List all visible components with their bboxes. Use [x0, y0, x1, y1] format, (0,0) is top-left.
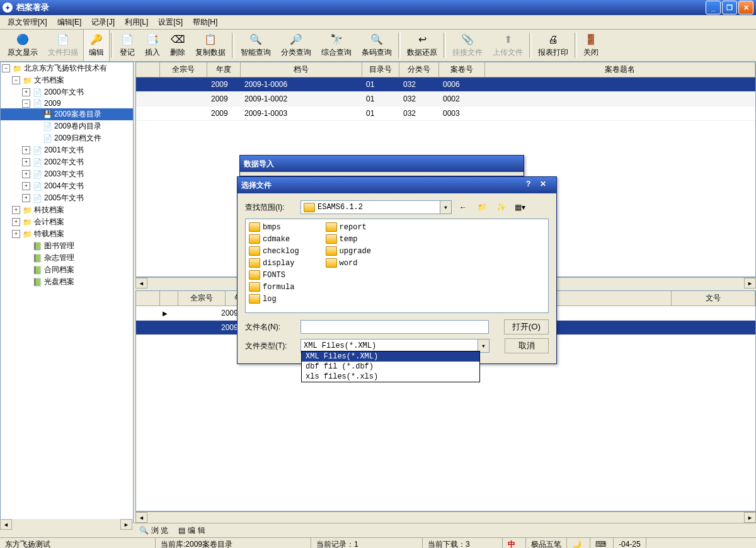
up-folder-icon[interactable]: 📁 — [474, 200, 490, 215]
folder-item[interactable]: upgrade — [325, 246, 372, 256]
tree-pane[interactable]: −📁北京东方飞扬软件技术有 −📁文书档案 +📄2000年文书 −📄2009 💾2… — [0, 62, 134, 523]
tb-baobiao-dayin[interactable]: 🖨报表打印 — [533, 30, 573, 61]
back-icon[interactable]: ← — [455, 200, 471, 215]
tb-fenlei-chaxun[interactable]: 🔎分类查询 — [276, 30, 316, 61]
filename-label: 文件名(N): — [245, 322, 297, 333]
col-qzh[interactable]: 全宗号 — [160, 62, 207, 77]
status-lib: 当前库:2009案卷目录 — [156, 538, 311, 548]
dialog-close-button[interactable]: ✕ — [540, 180, 553, 191]
dialog1-title: 数据导入 — [244, 159, 274, 169]
grid-row[interactable]: 2009 2009-1-0003 01 032 0003 — [136, 106, 755, 121]
window-title: 档案著录 — [16, 2, 706, 13]
toolbar-sep — [575, 33, 577, 58]
status-ime: 极品五笔 — [526, 538, 567, 548]
tb-dengji[interactable]: 📄登记 — [115, 30, 140, 61]
grid-row[interactable]: 2009 2009-1-0006 01 032 0006 — [136, 77, 755, 92]
tb-guajie-wenjian: 📎挂接文件 — [447, 30, 488, 61]
col-dh[interactable]: 档号 — [241, 62, 362, 77]
tb-wenjian-saomiao: 📄文件扫描 — [43, 30, 83, 61]
tb-yuanwen-xianshi[interactable]: 🔵原文显示 — [3, 30, 43, 61]
minimize-button[interactable]: _ — [706, 1, 721, 14]
toolbar-sep — [398, 33, 401, 58]
tab-bianji[interactable]: ▤编 辑 — [178, 525, 205, 536]
folder-item[interactable]: formula — [248, 282, 300, 292]
search-icon: 🔍 — [139, 526, 149, 535]
tb-shangchuan-wenjian: ⬆上传文件 — [488, 30, 528, 61]
status-app: 东方飞扬测试 — [0, 538, 156, 548]
tb-charu[interactable]: 📑插入 — [140, 30, 165, 61]
new-folder-icon[interactable]: ✨ — [493, 200, 508, 215]
bottom-tabs: 🔍浏 览 ▤编 辑 — [134, 523, 756, 537]
col-ajt[interactable]: 案卷题名 — [485, 62, 755, 77]
col-ajh[interactable]: 案卷号 — [439, 62, 485, 77]
folder-item[interactable]: cdmake — [248, 234, 300, 244]
status-download: 当前下载：3 — [423, 538, 503, 548]
filetype-option[interactable]: dbf fil (*.dbf) — [302, 362, 479, 372]
folder-item[interactable]: checklog — [248, 246, 300, 256]
dialog-file-chooser[interactable]: 选择文件 ? ✕ 查找范围(I): ESAMS6.1.2 ▼ ← 📁 ✨ ▦▾ … — [237, 176, 557, 364]
col-mlh[interactable]: 目录号 — [362, 62, 399, 77]
col-flh[interactable]: 分类号 — [399, 62, 439, 77]
dialog2-title: 选择文件 — [241, 180, 526, 191]
grid-row[interactable]: 2009 2009-1-0002 01 032 0002 — [136, 92, 755, 106]
tb-shanchu[interactable]: ⌫删除 — [165, 30, 190, 61]
folder-item[interactable]: word — [325, 258, 372, 268]
toolbar-sep — [111, 33, 113, 58]
folder-item[interactable]: display — [248, 258, 300, 268]
menu-shezhi[interactable]: 设置[S] — [153, 16, 188, 29]
tb-fuzhi-shuju[interactable]: 📋复制数据 — [190, 30, 231, 61]
title-bar: ✦ 档案著录 _ ❐ ✕ — [0, 0, 756, 15]
filetype-option[interactable]: xls files(*.xls) — [302, 372, 479, 382]
tb-guanbi[interactable]: 🚪关闭 — [578, 30, 604, 61]
tb-zhineng-chaxun[interactable]: 🔍智能查询 — [236, 30, 276, 61]
filetype-label: 文件类型(T): — [245, 341, 297, 351]
lookin-combo[interactable]: ESAMS6.1.2 ▼ — [301, 200, 452, 214]
status-record: 当前记录：1 — [311, 538, 423, 548]
menu-liyong[interactable]: 利用[L] — [120, 16, 153, 29]
tb-tiaoma-chaxun[interactable]: 🔍条码查询 — [357, 30, 397, 61]
folder-item[interactable]: log — [248, 294, 300, 304]
status-date: -04-25 — [614, 538, 646, 548]
col-nd[interactable]: 年度 — [207, 62, 241, 77]
menu-bianji[interactable]: 编辑[E] — [52, 16, 87, 29]
cancel-button[interactable]: 取消 — [505, 338, 549, 353]
folder-item[interactable]: report — [325, 222, 372, 232]
list-icon: ▤ — [178, 526, 185, 535]
close-button[interactable]: ✕ — [738, 1, 753, 14]
tb-bianji[interactable]: 🔑编辑 — [83, 29, 110, 62]
menu-bangzhu[interactable]: 帮助[H] — [188, 16, 222, 29]
app-icon: ✦ — [3, 3, 13, 13]
filename-input[interactable] — [301, 320, 489, 334]
menu-bar: 原文管理[X] 编辑[E] 记录[J] 利用[L] 设置[S] 帮助[H] — [0, 15, 756, 30]
open-button[interactable]: 打开(O) — [504, 319, 549, 334]
hscroll-bottom[interactable]: ◄► — [135, 511, 756, 523]
toolbar-sep — [444, 33, 446, 58]
toolbar-sep — [529, 33, 532, 58]
tb-shuju-huanyuan[interactable]: ↩数据还原 — [402, 30, 442, 61]
maximize-button[interactable]: ❐ — [722, 1, 737, 14]
status-bar: 东方飞扬测试 当前库:2009案卷目录 当前记录：1 当前下载：3 中 极品五笔… — [0, 537, 756, 548]
filetype-option[interactable]: XML Files(*.XML) — [302, 351, 479, 362]
lookin-label: 查找范围(I): — [245, 202, 297, 213]
folder-item[interactable]: bmps — [248, 222, 300, 232]
view-menu-icon[interactable]: ▦▾ — [512, 200, 527, 215]
tb-zonghe-chaxun[interactable]: 🔭综合查询 — [316, 30, 357, 61]
tab-liulan[interactable]: 🔍浏 览 — [139, 525, 168, 536]
help-button[interactable]: ? — [526, 180, 539, 191]
folder-item[interactable]: temp — [325, 234, 372, 244]
toolbar: 🔵原文显示 📄文件扫描 🔑编辑 📄登记 📑插入 ⌫删除 📋复制数据 🔍智能查询 … — [0, 30, 756, 62]
dialog-data-import: 数据导入 — [239, 155, 524, 176]
menu-yuanwen[interactable]: 原文管理[X] — [3, 16, 52, 29]
folder-item[interactable]: FONTS — [248, 270, 300, 280]
file-list[interactable]: bmps cdmake checklog display FONTS formu… — [245, 219, 549, 313]
menu-jilu[interactable]: 记录[J] — [86, 16, 120, 29]
toolbar-sep — [232, 33, 234, 58]
filetype-dropdown[interactable]: XML Files(*.XML) dbf fil (*.dbf) xls fil… — [301, 351, 480, 382]
